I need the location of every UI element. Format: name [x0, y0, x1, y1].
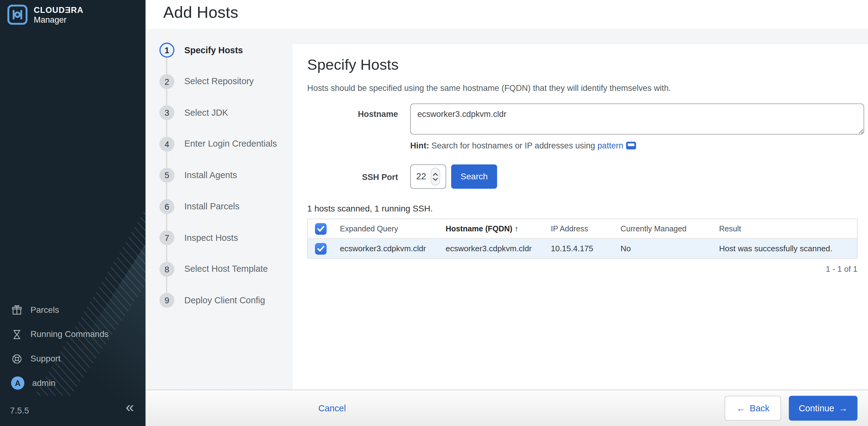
wizard-step-select-host-template: 8 Select Host Template [159, 262, 268, 277]
hint-label: Hint: [410, 141, 429, 150]
wizard-step-select-repository: 2 Select Repository [159, 74, 254, 89]
pagination-label: 1 - 1 of 1 [307, 265, 858, 274]
window-icon[interactable] [626, 142, 636, 149]
ssh-port-label: SSH Port [307, 172, 398, 181]
checkmark-icon [317, 225, 324, 232]
ssh-port-field [410, 164, 446, 189]
wizard-step-deploy-client-config: 9 Deploy Client Config [159, 293, 265, 308]
column-header-hostname-fqdn[interactable]: Hostname (FQDN)↑ [446, 224, 551, 233]
sidebar-item-label: Running Commands [30, 329, 108, 339]
hourglass-icon [11, 328, 23, 340]
hostname-label: Hostname [307, 103, 398, 134]
step-label: Specify Hosts [184, 45, 243, 55]
wizard-step-enter-login-credentials: 4 Enter Login Credentials [159, 136, 277, 151]
column-header-result[interactable]: Result [719, 224, 857, 233]
brand-name-bottom: Manager [34, 15, 83, 24]
main-area: 1 Specify Hosts 2 Select Repository 3 Se… [146, 29, 868, 390]
step-label: Enter Login Credentials [184, 139, 277, 149]
hostname-row: Hostname ecsworker3.cdpkvm.cldr [307, 103, 868, 134]
continue-arrow-icon: → [839, 403, 847, 414]
life-ring-icon [11, 353, 23, 364]
panel-description: Hosts should be specified using the same… [307, 83, 868, 92]
column-header-ip-address[interactable]: IP Address [551, 224, 621, 233]
sort-ascending-icon: ↑ [515, 224, 519, 233]
hint-text: Search for hostnames or IP addresses usi… [429, 141, 597, 150]
table-header-row: Expanded Query Hostname (FQDN)↑ IP Addre… [308, 219, 857, 239]
step-number: 5 [159, 168, 175, 183]
page-header: Add Hosts [146, 0, 868, 29]
cell-expanded-query: ecsworker3.cdpkvm.cldr [340, 244, 446, 253]
cell-hostname: ecsworker3.cdpkvm.cldr [446, 244, 551, 253]
sidebar-item-support[interactable]: Support [11, 352, 61, 365]
step-label: Select Repository [184, 77, 254, 87]
step-label: Install Parcels [184, 201, 239, 211]
search-button[interactable]: Search [451, 164, 497, 189]
column-header-expanded-query[interactable]: Expanded Query [340, 224, 446, 233]
step-number: 8 [159, 262, 175, 277]
wizard-step-specify-hosts: 1 Specify Hosts [159, 42, 243, 58]
wizard-footer: Cancel ←Back Continue→ [146, 390, 868, 426]
ssh-port-stepper [431, 168, 440, 185]
specify-hosts-panel: Specify Hosts Hosts should be specified … [293, 44, 868, 390]
back-arrow-icon: ← [736, 403, 745, 414]
cell-currently-managed: No [621, 244, 719, 253]
step-label: Install Agents [184, 170, 237, 180]
sidebar-item-label: Support [30, 354, 60, 364]
step-label: Select Host Template [184, 264, 268, 274]
step-label: Inspect Hosts [184, 233, 238, 243]
sidebar-item-parcels[interactable]: Parcels [11, 303, 59, 316]
stepper-down-icon[interactable] [433, 178, 438, 181]
app-sidebar: CLOUDƎRA Manager Parcels Running Command… [0, 0, 146, 426]
step-number: 4 [159, 136, 175, 151]
continue-button[interactable]: Continue→ [789, 396, 857, 421]
step-label: Select JDK [184, 108, 228, 118]
sidebar-item-label: Parcels [30, 305, 59, 315]
brand-name-top: CLOUDƎRA [34, 5, 83, 15]
brand-name: CLOUDƎRA Manager [34, 5, 83, 24]
select-all-checkbox[interactable] [315, 223, 327, 235]
pattern-link[interactable]: pattern [597, 141, 623, 150]
wizard-step-install-parcels: 6 Install Parcels [159, 199, 240, 214]
ssh-port-row: SSH Port Search [307, 164, 868, 189]
scan-status-text: 1 hosts scanned, 1 running SSH. [307, 204, 868, 214]
row-checkbox[interactable] [315, 243, 327, 254]
sidebar-item-running-commands[interactable]: Running Commands [11, 328, 108, 341]
step-number: 1 [159, 42, 175, 58]
wizard-step-inspect-hosts: 7 Inspect Hosts [159, 230, 238, 245]
ssh-port-input[interactable] [416, 172, 431, 182]
checkmark-icon [317, 245, 324, 251]
back-button[interactable]: ←Back [725, 396, 781, 421]
hostname-hint: Hint: Search for hostnames or IP address… [410, 141, 868, 150]
step-number: 6 [159, 199, 175, 214]
sidebar-item-admin[interactable]: A admin [11, 376, 55, 390]
host-table-row[interactable]: ecsworker3.cdpkvm.cldr ecsworker3.cdpkvm… [308, 239, 857, 258]
cloudera-manager-logo[interactable]: CLOUDƎRA Manager [7, 4, 84, 25]
step-number: 3 [159, 105, 175, 120]
scanned-hosts-table: Expanded Query Hostname (FQDN)↑ IP Addre… [307, 218, 858, 258]
cell-ip-address: 10.15.4.175 [551, 244, 621, 253]
hostname-input[interactable]: ecsworker3.cdpkvm.cldr [410, 103, 864, 134]
collapse-sidebar-icon[interactable]: « [126, 400, 134, 415]
step-label: Deploy Client Config [184, 295, 265, 305]
page-title: Add Hosts [146, 0, 868, 22]
wizard-step-install-agents: 5 Install Agents [159, 168, 237, 183]
stepper-up-icon[interactable] [433, 172, 438, 176]
select-all-cell [308, 223, 340, 235]
admin-avatar: A [11, 376, 24, 390]
sidebar-item-label: admin [32, 378, 55, 388]
cancel-link[interactable]: Cancel [318, 403, 346, 414]
step-number: 7 [159, 230, 175, 245]
wizard-steps-nav: 1 Specify Hosts 2 Select Repository 3 Se… [146, 29, 293, 390]
wizard-step-select-jdk: 3 Select JDK [159, 105, 228, 120]
column-header-currently-managed[interactable]: Currently Managed [621, 224, 719, 233]
app-root: CLOUDƎRA Manager Parcels Running Command… [0, 0, 868, 426]
cloudera-logo-icon [7, 4, 28, 25]
row-select-cell [308, 243, 340, 254]
step-number: 9 [159, 293, 175, 308]
version-label: 7.5.5 [10, 406, 29, 416]
panel-heading: Specify Hosts [307, 56, 868, 73]
cell-result: Host was successfully scanned. [719, 244, 857, 253]
step-number: 2 [159, 74, 175, 89]
gift-icon [11, 304, 23, 316]
